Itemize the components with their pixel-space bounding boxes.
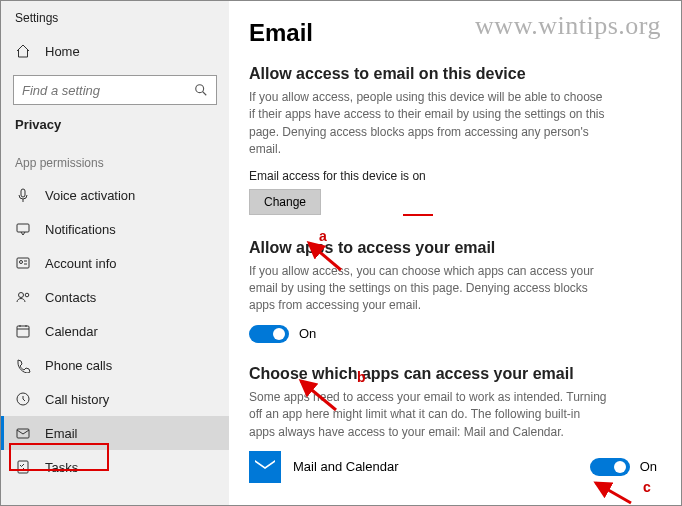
- nav-phone-calls[interactable]: Phone calls: [1, 348, 229, 382]
- tasks-icon: [15, 459, 31, 475]
- home-label: Home: [45, 44, 80, 59]
- section1-desc: If you allow access, people using this d…: [249, 89, 609, 159]
- nav-label: Email: [45, 426, 78, 441]
- svg-rect-3: [17, 224, 29, 232]
- section2-desc: If you allow access, you can choose whic…: [249, 263, 609, 315]
- nav-label: Calendar: [45, 324, 98, 339]
- nav-label: Notifications: [45, 222, 116, 237]
- svg-line-1: [203, 92, 207, 96]
- home-icon: [15, 43, 31, 59]
- apps-access-toggle[interactable]: [249, 325, 289, 343]
- phone-icon: [15, 357, 31, 373]
- mail-app-toggle-label: On: [640, 459, 657, 474]
- nav-account-info[interactable]: Account info: [1, 246, 229, 280]
- svg-rect-10: [17, 326, 29, 337]
- app-row-mail: Mail and Calendar On: [249, 451, 657, 483]
- history-icon: [15, 391, 31, 407]
- main-content: Email Allow access to email on this devi…: [249, 1, 681, 505]
- account-icon: [15, 255, 31, 271]
- section2-heading: Allow apps to access your email: [249, 239, 657, 257]
- svg-point-9: [25, 293, 29, 297]
- nav-label: Contacts: [45, 290, 96, 305]
- section-label: Privacy: [1, 117, 229, 144]
- mail-app-icon: [249, 451, 281, 483]
- app-name-label: Mail and Calendar: [293, 459, 399, 474]
- calendar-icon: [15, 323, 31, 339]
- nav-email[interactable]: Email: [1, 416, 229, 450]
- mic-icon: [15, 187, 31, 203]
- section2-toggle-row: On: [249, 325, 657, 343]
- nav-voice-activation[interactable]: Voice activation: [1, 178, 229, 212]
- svg-point-8: [19, 293, 24, 298]
- nav-label: Tasks: [45, 460, 78, 475]
- nav-label: Account info: [45, 256, 117, 271]
- group-label: App permissions: [1, 144, 229, 178]
- nav-notifications[interactable]: Notifications: [1, 212, 229, 246]
- change-button[interactable]: Change: [249, 189, 321, 215]
- window-title: Settings: [1, 11, 229, 25]
- section1-status: Email access for this device is on: [249, 169, 657, 183]
- svg-rect-16: [18, 461, 28, 473]
- sidebar: Settings Home Privacy App permissions Vo…: [1, 1, 229, 505]
- search-input[interactable]: [22, 83, 194, 98]
- apps-access-toggle-label: On: [299, 326, 316, 341]
- contacts-icon: [15, 289, 31, 305]
- nav-tasks[interactable]: Tasks: [1, 450, 229, 484]
- nav-label: Phone calls: [45, 358, 112, 373]
- section3-heading: Choose which apps can access your email: [249, 365, 657, 383]
- search-box[interactable]: [13, 75, 217, 105]
- notification-icon: [15, 221, 31, 237]
- search-icon: [194, 83, 208, 97]
- email-icon: [15, 425, 31, 441]
- section3-desc: Some apps need to access your email to w…: [249, 389, 609, 441]
- svg-rect-2: [21, 189, 25, 197]
- nav-calendar[interactable]: Calendar: [1, 314, 229, 348]
- svg-rect-4: [17, 258, 29, 268]
- nav-label: Voice activation: [45, 188, 135, 203]
- nav-label: Call history: [45, 392, 109, 407]
- svg-point-0: [196, 85, 204, 93]
- section1-heading: Allow access to email on this device: [249, 65, 657, 83]
- page-title: Email: [249, 19, 657, 47]
- home-button[interactable]: Home: [1, 37, 229, 65]
- svg-point-5: [20, 261, 23, 264]
- nav-contacts[interactable]: Contacts: [1, 280, 229, 314]
- mail-app-toggle[interactable]: [590, 458, 630, 476]
- nav-call-history[interactable]: Call history: [1, 382, 229, 416]
